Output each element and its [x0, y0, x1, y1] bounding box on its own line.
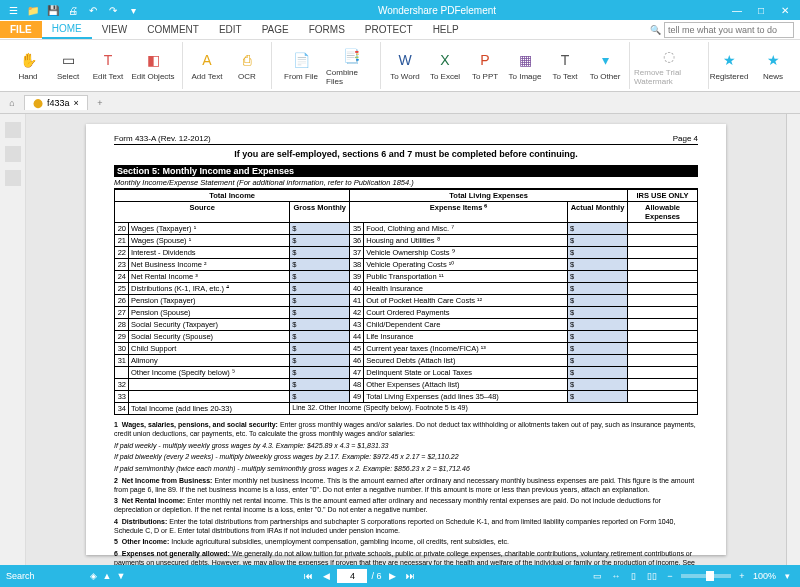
- single-page-icon[interactable]: ▯: [627, 569, 641, 583]
- table-row: 24Net Rental Income ³$39Public Transport…: [115, 271, 698, 283]
- doc-tab-label: f433a: [47, 98, 70, 108]
- ocr-button[interactable]: ⎙OCR: [227, 43, 267, 89]
- footnote: If paid weekly - multiply weekly gross w…: [114, 442, 698, 451]
- menu-help[interactable]: HELP: [423, 21, 469, 38]
- footnote: If paid biweekly (every 2 weeks) - multi…: [114, 453, 698, 462]
- print-icon[interactable]: 🖨: [64, 1, 82, 19]
- table-row: 34Total Income (add lines 20-33)Line 32.…: [115, 403, 698, 415]
- menu-protect[interactable]: PROTECT: [355, 21, 423, 38]
- menu-file[interactable]: FILE: [0, 21, 42, 38]
- form-page: Page 4: [673, 134, 698, 143]
- to-text-button[interactable]: TTo Text: [545, 43, 585, 89]
- workspace: Form 433-A (Rev. 12-2012) Page 4 If you …: [0, 114, 800, 565]
- fit-page-icon[interactable]: ▭: [591, 569, 605, 583]
- close-button[interactable]: ✕: [776, 1, 794, 19]
- doc-tab-close[interactable]: ×: [74, 98, 79, 108]
- th-gross: Gross Monthly: [290, 202, 350, 223]
- edit-objects-icon: ◧: [143, 50, 163, 70]
- tell-me-search[interactable]: 🔍: [650, 22, 794, 38]
- table-row: 28Social Security (Taxpayer)$43Child/Dep…: [115, 319, 698, 331]
- rearrange-icon[interactable]: ◈: [86, 569, 100, 583]
- minimize-button[interactable]: —: [728, 1, 746, 19]
- prev-page-icon[interactable]: ◀: [319, 569, 333, 583]
- news-button[interactable]: ★News: [753, 43, 793, 89]
- open-icon[interactable]: 📁: [24, 1, 42, 19]
- footnote: 3 Net Rental Income: Enter monthly net r…: [114, 497, 698, 515]
- table-row: 26Pension (Taxpayer)$41Out of Pocket Hea…: [115, 295, 698, 307]
- zoom-out-icon[interactable]: −: [663, 569, 677, 583]
- to-image-button[interactable]: ▦To Image: [505, 43, 545, 89]
- news-icon: ★: [763, 50, 783, 70]
- document-tab[interactable]: ⬤ f433a ×: [24, 95, 88, 110]
- th-total-living: Total Living Expenses: [350, 190, 628, 202]
- add-text-icon: A: [197, 50, 217, 70]
- th-expense-items: Expense Items ⁶: [350, 202, 568, 223]
- hand-icon: ✋: [18, 50, 38, 70]
- table-row: Other Income (Specify below) ⁵$47Delinqu…: [115, 367, 698, 379]
- ppt-icon: P: [475, 50, 495, 70]
- search-input[interactable]: [664, 22, 794, 38]
- down-icon[interactable]: ▼: [114, 569, 128, 583]
- status-search[interactable]: Search: [6, 571, 86, 581]
- table-row: 21Wages (Spouse) ¹$36Housing and Utiliti…: [115, 235, 698, 247]
- zoom-more-icon[interactable]: ▾: [780, 569, 794, 583]
- page-input[interactable]: [337, 569, 367, 583]
- page-total: / 6: [371, 571, 381, 581]
- home-tab-icon[interactable]: ⌂: [4, 95, 20, 111]
- fit-width-icon[interactable]: ↔: [609, 569, 623, 583]
- tab-strip: ⌂ ⬤ f433a × +: [0, 92, 800, 114]
- to-ppt-button[interactable]: PTo PPT: [465, 43, 505, 89]
- select-button[interactable]: ▭Select: [48, 43, 88, 89]
- menu-comment[interactable]: COMMENT: [137, 21, 209, 38]
- first-page-icon[interactable]: ⏮: [301, 569, 315, 583]
- menu-icon[interactable]: ☰: [4, 1, 22, 19]
- maximize-button[interactable]: □: [752, 1, 770, 19]
- edit-text-button[interactable]: TEdit Text: [88, 43, 128, 89]
- to-word-button[interactable]: WTo Word: [385, 43, 425, 89]
- add-tab-button[interactable]: +: [92, 95, 108, 111]
- redo-icon[interactable]: ↷: [104, 1, 122, 19]
- combine-button[interactable]: 📑Combine Files: [326, 43, 376, 89]
- zoom-value: 100%: [753, 571, 776, 581]
- menu-bar: FILE HOME VIEW COMMENT EDIT PAGE FORMS P…: [0, 20, 800, 40]
- remove-watermark-button[interactable]: ◌Remove Trial Watermark: [634, 43, 704, 89]
- last-page-icon[interactable]: ⏭: [403, 569, 417, 583]
- to-excel-button[interactable]: XTo Excel: [425, 43, 465, 89]
- search-icon: 🔍: [650, 25, 661, 35]
- gutter-bookmarks[interactable]: [5, 146, 21, 162]
- save-icon[interactable]: 💾: [44, 1, 62, 19]
- edit-objects-button[interactable]: ◧Edit Objects: [128, 43, 178, 89]
- zoom-slider[interactable]: [681, 574, 731, 578]
- add-text-button[interactable]: AAdd Text: [187, 43, 227, 89]
- hand-button[interactable]: ✋Hand: [8, 43, 48, 89]
- select-icon: ▭: [58, 50, 78, 70]
- ocr-icon: ⎙: [237, 50, 257, 70]
- menu-forms[interactable]: FORMS: [299, 21, 355, 38]
- registered-button[interactable]: ★Registered: [709, 43, 749, 89]
- up-icon[interactable]: ▲: [100, 569, 114, 583]
- undo-icon[interactable]: ↶: [84, 1, 102, 19]
- registered-icon: ★: [719, 50, 739, 70]
- title-bar: ☰ 📁 💾 🖨 ↶ ↷ ▾ Wondershare PDFelement — □…: [0, 0, 800, 20]
- qat-more-icon[interactable]: ▾: [124, 1, 142, 19]
- from-file-icon: 📄: [291, 50, 311, 70]
- zoom-in-icon[interactable]: +: [735, 569, 749, 583]
- footnote: 4 Distributions: Enter the total distrib…: [114, 518, 698, 536]
- section-5-header: Section 5: Monthly Income and Expenses: [114, 165, 698, 177]
- next-page-icon[interactable]: ▶: [385, 569, 399, 583]
- gutter-forms[interactable]: [5, 170, 21, 186]
- gutter-thumbnails[interactable]: [5, 122, 21, 138]
- to-other-button[interactable]: ▾To Other: [585, 43, 625, 89]
- doc-tab-icon: ⬤: [33, 98, 43, 108]
- menu-edit[interactable]: EDIT: [209, 21, 252, 38]
- vertical-scrollbar[interactable]: [786, 114, 800, 565]
- document-viewport[interactable]: Form 433-A (Rev. 12-2012) Page 4 If you …: [26, 114, 786, 565]
- table-row: 30Child Support$45Current year taxes (In…: [115, 343, 698, 355]
- menu-page[interactable]: PAGE: [252, 21, 299, 38]
- from-file-button[interactable]: 📄From File: [276, 43, 326, 89]
- two-page-icon[interactable]: ▯▯: [645, 569, 659, 583]
- left-gutter: [0, 114, 26, 565]
- menu-view[interactable]: VIEW: [92, 21, 138, 38]
- app-title: Wondershare PDFelement: [146, 5, 728, 16]
- menu-home[interactable]: HOME: [42, 20, 92, 39]
